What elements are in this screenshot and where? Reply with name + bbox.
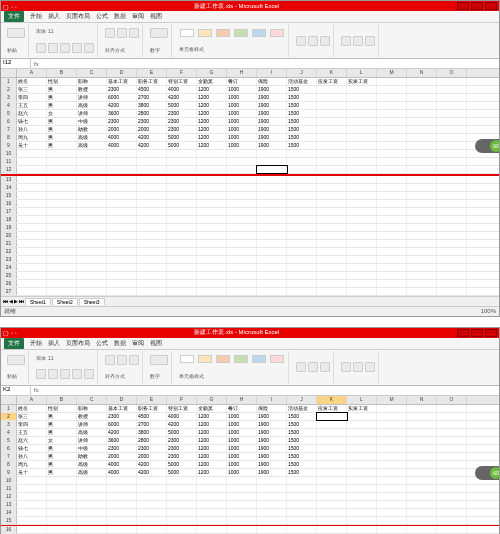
cell[interactable] [317,248,347,255]
cell[interactable] [47,158,77,165]
cell[interactable]: 李四 [17,94,47,101]
menu-tab[interactable]: 数据 [114,339,126,348]
row-header[interactable]: 7 [1,453,17,460]
column-header[interactable]: B [47,396,77,404]
menu-tab[interactable]: 公式 [96,339,108,348]
cell[interactable] [347,509,377,516]
cell[interactable] [107,248,137,255]
delete-button[interactable] [308,36,318,46]
cell[interactable] [137,526,167,533]
cell[interactable] [407,477,437,484]
cell[interactable] [137,485,167,492]
underline-button[interactable] [60,369,70,379]
cell[interactable]: 3600 [107,437,137,444]
cell[interactable]: 女 [47,437,77,444]
cell[interactable]: 5000 [167,469,197,476]
cell[interactable] [257,288,287,295]
cell[interactable] [107,232,137,239]
cell[interactable] [317,280,347,287]
cell[interactable] [197,485,227,492]
cell[interactable] [347,526,377,533]
cell[interactable] [167,208,197,215]
insert-button[interactable] [296,362,306,372]
cell[interactable] [287,280,317,287]
cell[interactable] [47,208,77,215]
cell[interactable] [407,78,437,85]
cell[interactable] [77,485,107,492]
bold-button[interactable] [36,43,46,53]
cell[interactable]: 4500 [137,86,167,93]
tab-nav-first[interactable]: ⏮ [3,298,8,304]
cell[interactable] [227,493,257,500]
cell[interactable] [107,166,137,173]
cell[interactable] [137,493,167,500]
cell[interactable] [257,166,287,173]
find-button[interactable] [365,362,375,372]
cell[interactable]: 应发工资 [317,78,347,85]
cell[interactable]: 1900 [257,413,287,420]
row-header[interactable]: 12 [1,166,17,173]
cell[interactable]: 讲师 [77,437,107,444]
row-header[interactable]: 8 [1,134,17,141]
cell[interactable] [47,216,77,223]
cell[interactable] [437,413,467,420]
cell[interactable] [17,477,47,484]
cell[interactable] [167,192,197,199]
row-header[interactable]: 9 [1,142,17,149]
cell[interactable] [377,264,407,271]
cell[interactable] [377,405,407,412]
cell[interactable]: 1000 [227,126,257,133]
row-header[interactable]: 10 [1,150,17,157]
cell[interactable] [287,184,317,191]
cell[interactable] [317,110,347,117]
cell[interactable]: 4200 [137,469,167,476]
cell[interactable] [407,150,437,157]
cell[interactable] [437,150,467,157]
cell[interactable]: 1900 [257,102,287,109]
cell[interactable]: 2000 [107,453,137,460]
cell[interactable] [347,166,377,173]
cell[interactable] [47,232,77,239]
cell[interactable] [317,158,347,165]
cell[interactable] [377,461,407,468]
style-swatch[interactable] [180,355,194,363]
cell[interactable] [227,184,257,191]
cell[interactable]: 1000 [227,102,257,109]
cell[interactable] [167,526,197,533]
cell[interactable] [287,150,317,157]
cell[interactable]: 1500 [287,429,317,436]
style-swatch[interactable] [216,355,230,363]
cell[interactable]: 男 [47,413,77,420]
cell[interactable] [437,248,467,255]
cell[interactable] [167,232,197,239]
cell[interactable] [347,288,377,295]
align-left-button[interactable] [105,28,115,38]
style-swatch[interactable] [270,355,284,363]
cell[interactable]: 1000 [227,453,257,460]
cell[interactable]: 1000 [227,421,257,428]
cell[interactable] [77,509,107,516]
cell[interactable]: 1000 [227,413,257,420]
cell[interactable] [347,445,377,452]
tab-nav-prev[interactable]: ◀ [9,298,13,304]
cell[interactable]: 男 [47,94,77,101]
cell[interactable] [347,150,377,157]
cell[interactable]: 1900 [257,445,287,452]
cell[interactable]: 1200 [197,421,227,428]
font-size-select[interactable]: 11 [48,355,54,361]
cell[interactable] [437,517,467,524]
cell[interactable]: 2000 [137,126,167,133]
cell[interactable] [17,501,47,508]
cell[interactable]: 1500 [287,469,317,476]
row-header[interactable]: 24 [1,264,17,271]
cell[interactable] [317,166,347,173]
cell[interactable] [377,150,407,157]
cell[interactable] [137,176,167,183]
cell[interactable]: 张三 [17,413,47,420]
cell[interactable] [377,142,407,149]
cell[interactable] [437,192,467,199]
cell[interactable] [287,493,317,500]
cell[interactable] [107,176,137,183]
menu-tab[interactable]: 数据 [114,12,126,21]
cell[interactable]: 孙八 [17,453,47,460]
